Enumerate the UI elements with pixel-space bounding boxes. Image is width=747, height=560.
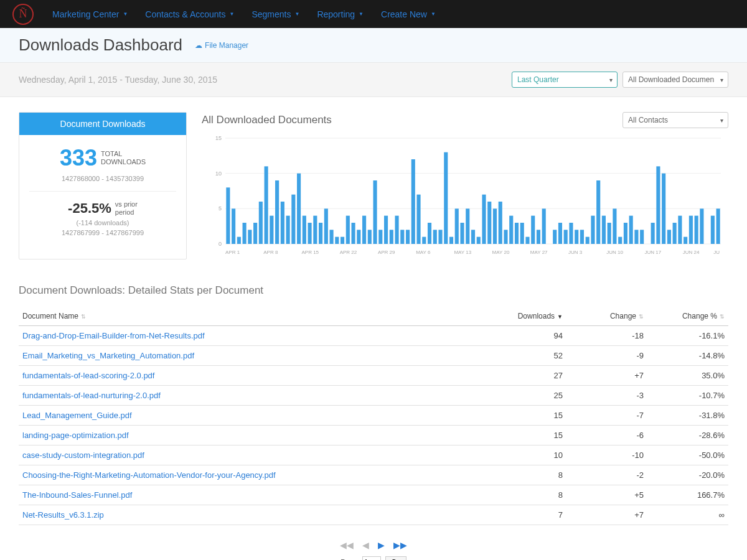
svg-rect-56 xyxy=(487,202,491,244)
document-link[interactable]: landing-page-optimization.pdf xyxy=(22,431,129,440)
svg-rect-60 xyxy=(509,216,513,244)
cell-change-pct: 35.0% xyxy=(647,366,728,386)
chevron-down-icon: ▼ xyxy=(431,11,436,17)
svg-rect-68 xyxy=(553,230,557,244)
document-filter-select[interactable]: All Downloaded Documents xyxy=(622,72,728,88)
svg-rect-31 xyxy=(351,223,355,244)
svg-rect-16 xyxy=(270,216,273,244)
col-change-pct[interactable]: Change %⇅ xyxy=(647,307,728,326)
nav-item-4[interactable]: Create New▼ xyxy=(381,9,436,19)
svg-text:APR 22: APR 22 xyxy=(340,250,357,255)
svg-rect-36 xyxy=(378,230,382,244)
svg-rect-9 xyxy=(232,208,235,244)
document-link[interactable]: Net-Results_v6.3.1.zip xyxy=(22,510,104,520)
sort-desc-icon: ▼ xyxy=(557,314,563,320)
svg-rect-74 xyxy=(586,237,590,244)
svg-rect-79 xyxy=(613,208,616,244)
svg-rect-32 xyxy=(357,230,360,244)
last-page-icon[interactable]: ▶▶ xyxy=(393,540,407,550)
svg-rect-15 xyxy=(265,166,268,244)
svg-rect-66 xyxy=(542,208,546,244)
document-link[interactable]: fundamentals-of-lead-nurturing-2.0.pdf xyxy=(22,391,161,400)
date-filter-row: Wednesday, April 1, 2015 - Tuesday, June… xyxy=(0,63,747,97)
nav-label: Create New xyxy=(381,9,427,19)
prev-page-icon[interactable]: ◀ xyxy=(362,540,369,550)
cell-change: +7 xyxy=(566,366,647,386)
table-row: Drag-and-Drop-Email-Builder-from-Net-Res… xyxy=(19,326,728,346)
svg-rect-24 xyxy=(313,216,317,244)
svg-rect-58 xyxy=(499,202,502,244)
total-downloads-number: 333 xyxy=(60,145,97,171)
svg-rect-12 xyxy=(248,230,251,244)
svg-rect-86 xyxy=(651,223,655,244)
nav-label: Segments xyxy=(251,9,291,19)
chart-title: All Downloaded Documents xyxy=(202,114,618,126)
nav-item-3[interactable]: Reporting▼ xyxy=(317,9,364,19)
svg-rect-48 xyxy=(444,152,448,244)
svg-rect-64 xyxy=(531,216,535,244)
contact-filter-select[interactable]: All Contacts xyxy=(622,112,728,128)
chevron-down-icon: ▼ xyxy=(123,11,128,17)
svg-text:APR 1: APR 1 xyxy=(225,250,240,255)
svg-rect-11 xyxy=(243,223,247,244)
svg-rect-91 xyxy=(678,216,682,244)
nav-item-2[interactable]: Segments▼ xyxy=(251,9,299,19)
cell-change-pct: -10.7% xyxy=(647,386,728,406)
header-row: Downloads Dashboard ☁ File Manager xyxy=(0,28,747,63)
cell-change: -9 xyxy=(566,346,647,366)
cell-downloads: 27 xyxy=(486,366,566,386)
svg-rect-80 xyxy=(618,237,622,244)
nav-label: Reporting xyxy=(317,9,355,19)
sort-icon: ⇅ xyxy=(720,314,725,320)
svg-text:JUN 24: JUN 24 xyxy=(683,250,700,255)
next-page-icon[interactable]: ▶ xyxy=(378,540,385,550)
pct-change-number: -25.5% xyxy=(68,200,111,217)
document-link[interactable]: Email_Marketing_vs_Marketing_Automation.… xyxy=(22,351,194,360)
period-select[interactable]: Last Quarter xyxy=(512,72,618,88)
svg-text:10: 10 xyxy=(215,170,222,177)
id-range-1: 1427868000 - 1435730399 xyxy=(29,175,176,182)
table-row: Choosing-the-Right-Marketing-Automation-… xyxy=(19,465,728,485)
col-downloads[interactable]: Downloads▼ xyxy=(486,307,566,326)
cell-downloads: 15 xyxy=(486,406,566,426)
document-link[interactable]: fundamentals-of-lead-scoring-2.0.pdf xyxy=(22,371,154,380)
documents-table: Document Name⇅ Downloads▼ Change⇅ Change… xyxy=(19,307,728,525)
svg-rect-54 xyxy=(477,237,481,244)
cloud-icon: ☁ xyxy=(195,41,202,50)
document-link[interactable]: Drag-and-Drop-Email-Builder-from-Net-Res… xyxy=(22,331,205,340)
sort-icon: ⇅ xyxy=(639,314,644,320)
first-page-icon[interactable]: ◀◀ xyxy=(340,540,354,550)
file-manager-link[interactable]: ☁ File Manager xyxy=(195,41,248,50)
page-input[interactable] xyxy=(362,556,381,560)
svg-rect-20 xyxy=(291,195,295,244)
svg-rect-34 xyxy=(368,230,372,244)
document-link[interactable]: case-study-custom-integration.pdf xyxy=(22,450,144,460)
delta-downloads: (-114 downloads) xyxy=(29,219,176,226)
col-document-name[interactable]: Document Name⇅ xyxy=(19,307,486,326)
svg-rect-53 xyxy=(471,230,475,244)
svg-rect-63 xyxy=(525,237,529,244)
nav-item-0[interactable]: Marketing Center▼ xyxy=(52,9,128,19)
document-link[interactable]: The-Inbound-Sales-Funnel.pdf xyxy=(22,490,132,500)
cell-change-pct: 166.7% xyxy=(647,485,728,505)
nav-item-1[interactable]: Contacts & Accounts▼ xyxy=(145,9,234,19)
document-link[interactable]: Choosing-the-Right-Marketing-Automation-… xyxy=(22,470,276,480)
chevron-down-icon: ▼ xyxy=(294,11,299,17)
file-manager-label: File Manager xyxy=(205,41,248,50)
table-row: fundamentals-of-lead-scoring-2.0.pdf27+7… xyxy=(19,366,728,386)
pct-change-label: vs prior period xyxy=(115,200,138,217)
table-row: case-study-custom-integration.pdf10-10-5… xyxy=(19,446,728,465)
cell-change-pct: ∞ xyxy=(647,505,728,525)
chevron-down-icon: ▼ xyxy=(359,11,364,17)
svg-rect-71 xyxy=(569,223,573,244)
svg-rect-94 xyxy=(695,216,698,244)
go-button[interactable]: Go xyxy=(385,556,406,560)
svg-rect-97 xyxy=(711,216,715,244)
svg-text:APR 15: APR 15 xyxy=(301,250,319,255)
document-link[interactable]: Lead_Management_Guide.pdf xyxy=(22,411,132,420)
svg-rect-78 xyxy=(608,223,611,244)
cell-downloads: 52 xyxy=(486,346,566,366)
card-title: Document Downloads xyxy=(19,113,186,135)
date-range-text: Wednesday, April 1, 2015 - Tuesday, June… xyxy=(19,75,507,85)
col-change[interactable]: Change⇅ xyxy=(566,307,647,326)
